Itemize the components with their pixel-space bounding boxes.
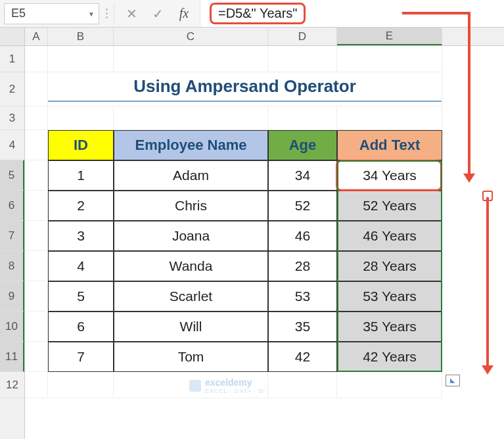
cell-A4[interactable] [25, 130, 48, 160]
column-headers: A B C D E [0, 28, 504, 46]
cell-A1[interactable] [25, 46, 48, 72]
chevron-down-icon[interactable]: ▼ [88, 10, 95, 17]
cell-B6[interactable]: 2 [48, 191, 114, 221]
cell-C6[interactable]: Chris [114, 191, 268, 221]
cell-B9[interactable]: 5 [48, 281, 114, 312]
cell-D9[interactable]: 53 [268, 281, 337, 312]
header-name[interactable]: Employee Name [114, 130, 268, 160]
cell-A8[interactable] [25, 251, 48, 281]
formula-input[interactable]: =D5&" Years" [200, 0, 504, 27]
row-header-1[interactable]: 1 [0, 46, 24, 72]
name-box-value: E5 [11, 7, 26, 20]
separator-dots [103, 9, 110, 18]
cell-D7[interactable]: 46 [268, 221, 337, 251]
cell-B11[interactable]: 7 [48, 342, 114, 372]
cell-C5[interactable]: Adam [114, 160, 268, 191]
col-header-E[interactable]: E [337, 28, 442, 45]
cell-D10[interactable]: 35 [268, 312, 337, 342]
cancel-button[interactable]: ✕ [118, 3, 145, 24]
select-all-corner[interactable] [0, 28, 25, 45]
cell-A6[interactable] [25, 191, 48, 221]
cell-A9[interactable] [25, 281, 48, 312]
row-header-8[interactable]: 8 [0, 251, 24, 281]
cell-A2[interactable] [25, 72, 48, 106]
formula-text: =D5&" Years" [210, 3, 306, 24]
name-box[interactable]: E5 ▼ [4, 3, 99, 24]
divider [114, 5, 114, 23]
cell-B3[interactable] [48, 106, 114, 130]
row-header-2[interactable]: 2 [0, 72, 24, 106]
header-id[interactable]: ID [48, 130, 114, 160]
row-header-7[interactable]: 7 [0, 221, 24, 251]
row-headers: 1 2 3 4 5 6 7 8 9 10 11 12 [0, 46, 25, 439]
cell-D1[interactable] [268, 46, 337, 72]
cell-C11[interactable]: Tom [114, 342, 268, 372]
cell-E11[interactable]: 42 Years [337, 342, 442, 372]
title-cell[interactable]: Using Ampersand Operator [48, 72, 442, 106]
cell-B8[interactable]: 4 [48, 251, 114, 281]
cell-C9[interactable]: Scarlet [114, 281, 268, 312]
row-header-11[interactable]: 11 [0, 342, 24, 372]
header-add-text[interactable]: Add Text [337, 130, 442, 160]
cell-E12[interactable] [337, 372, 442, 398]
row-header-4[interactable]: 4 [0, 130, 24, 160]
col-header-C[interactable]: C [114, 28, 268, 45]
cell-C8[interactable]: Wanda [114, 251, 268, 281]
cell-D6[interactable]: 52 [268, 191, 337, 221]
cell-D12[interactable] [268, 372, 337, 398]
check-icon: ✓ [152, 6, 164, 22]
cell-D5[interactable]: 34 [268, 160, 337, 191]
col-header-B[interactable]: B [48, 28, 114, 45]
formula-bar: E5 ▼ ✕ ✓ fx =D5&" Years" [0, 0, 504, 28]
cancel-icon: ✕ [126, 6, 137, 22]
cell-A5[interactable] [25, 160, 48, 191]
autofill-options-button[interactable] [446, 375, 460, 386]
cell-C3[interactable] [114, 106, 268, 130]
cell-B5[interactable]: 1 [48, 160, 114, 191]
cell-C7[interactable]: Joana [114, 221, 268, 251]
cell-C1[interactable] [114, 46, 268, 72]
col-header-D[interactable]: D [268, 28, 337, 45]
cell-E5[interactable]: 34 Years [337, 160, 442, 191]
insert-function-button[interactable]: fx [171, 3, 197, 24]
row-header-10[interactable]: 10 [0, 312, 24, 342]
row-header-6[interactable]: 6 [0, 191, 24, 221]
cell-A3[interactable] [25, 106, 48, 130]
cell-E1[interactable] [337, 46, 442, 72]
cell-B10[interactable]: 6 [48, 312, 114, 342]
row-header-3[interactable]: 3 [0, 106, 24, 130]
page-title: Using Ampersand Operator [48, 76, 442, 102]
cell-E6[interactable]: 52 Years [337, 191, 442, 221]
arrow-origin-marker [482, 191, 493, 201]
cell-E10[interactable]: 35 Years [337, 312, 442, 342]
cell-C10[interactable]: Will [114, 312, 268, 342]
cell-B12[interactable] [48, 372, 114, 398]
row-header-9[interactable]: 9 [0, 281, 24, 312]
grid: 1 2 3 4 5 6 7 8 9 10 11 12 Using Ampersa… [0, 46, 504, 439]
cell-B7[interactable]: 3 [48, 221, 114, 251]
row-header-5[interactable]: 5 [0, 160, 24, 191]
enter-button[interactable]: ✓ [145, 3, 171, 24]
cell-B1[interactable] [48, 46, 114, 72]
cell-E7[interactable]: 46 Years [337, 221, 442, 251]
cell-A11[interactable] [25, 342, 48, 372]
header-age[interactable]: Age [268, 130, 337, 160]
cells-area: Using Ampersand Operator ID Employee Nam… [25, 46, 504, 439]
cell-E9[interactable]: 53 Years [337, 281, 442, 312]
cell-A7[interactable] [25, 221, 48, 251]
cell-D11[interactable]: 42 [268, 342, 337, 372]
col-header-A[interactable]: A [25, 28, 48, 45]
fx-icon: fx [179, 6, 189, 21]
cell-C12[interactable] [114, 372, 268, 398]
cell-D3[interactable] [268, 106, 337, 130]
cell-E3[interactable] [337, 106, 442, 130]
cell-D8[interactable]: 28 [268, 251, 337, 281]
cell-E8[interactable]: 28 Years [337, 251, 442, 281]
cell-A12[interactable] [25, 372, 48, 398]
row-header-12[interactable]: 12 [0, 372, 24, 398]
cell-A10[interactable] [25, 312, 48, 342]
